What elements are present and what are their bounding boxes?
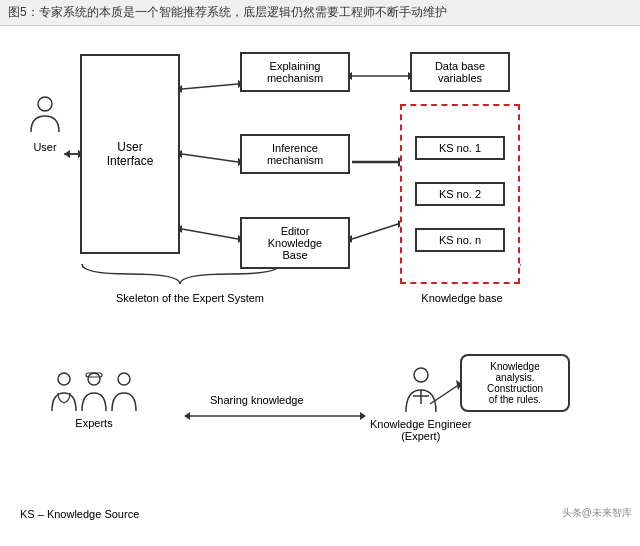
svg-point-31 [414,368,428,382]
expert-icons [50,369,138,413]
page-wrapper: 图5：专家系统的本质是一个智能推荐系统，底层逻辑仍然需要工程师不断手动维护 [0,0,640,546]
svg-point-27 [58,373,70,385]
inference-label: Inferencemechanism [267,142,323,166]
svg-point-21 [38,97,52,111]
svg-line-7 [182,154,238,162]
ksn-label: KS no. n [439,234,481,246]
kb-label: Knowledge base [402,292,522,304]
svg-marker-23 [360,412,366,420]
ke-section: Knowledge Engineer(Expert) [370,364,472,442]
database-box: Data basevariables [410,52,510,92]
ks2-label: KS no. 2 [439,188,481,200]
skeleton-label: Skeleton of the Expert System [80,292,300,304]
ks-footnote: KS – Knowledge Source [20,508,139,520]
user-label: User [33,141,56,153]
svg-line-10 [182,229,238,239]
editor-label: EditorKnowledgeBase [268,225,322,261]
top-diagram: User UserInterface Explainingmechanism I… [20,34,620,354]
ke-label: Knowledge Engineer(Expert) [370,418,472,442]
svg-line-18 [352,224,398,239]
svg-point-30 [118,373,130,385]
ks1-box: KS no. 1 [415,136,505,160]
sharing-label: Sharing knowledge [210,394,304,406]
title-bar: 图5：专家系统的本质是一个智能推荐系统，底层逻辑仍然需要工程师不断手动维护 [0,0,640,26]
explaining-label: Explainingmechanism [267,60,323,84]
watermark: 头条@未来智库 [562,506,632,520]
inference-box: Inferencemechanism [240,134,350,174]
database-label: Data basevariables [435,60,485,84]
ui-box: UserInterface [80,54,180,254]
ks1-label: KS no. 1 [439,142,481,154]
ka-bubble: Knowledgeanalysis.Constructionof the rul… [460,354,570,412]
sharing-area: Sharing knowledge [210,394,304,406]
svg-marker-24 [184,412,190,420]
diagram-area: User UserInterface Explainingmechanism I… [0,26,640,528]
ui-label: UserInterface [107,140,154,168]
title-text: 图5：专家系统的本质是一个智能推荐系统，底层逻辑仍然需要工程师不断手动维护 [8,5,447,19]
svg-point-28 [88,373,100,385]
bottom-section: Experts Sharing knowledge Knowledge Engi… [20,354,620,524]
user-section: User [20,94,70,153]
svg-line-4 [182,84,238,89]
ka-label: Knowledgeanalysis.Constructionof the rul… [487,361,543,405]
explaining-box: Explainingmechanism [240,52,350,92]
editor-box: EditorKnowledgeBase [240,217,350,269]
experts-section: Experts [50,369,138,429]
experts-label: Experts [75,417,112,429]
ks-container: KS no. 1 KS no. 2 KS no. n [400,104,520,284]
ks2-box: KS no. 2 [415,182,505,206]
ksn-box: KS no. n [415,228,505,252]
user-icon [29,94,61,139]
